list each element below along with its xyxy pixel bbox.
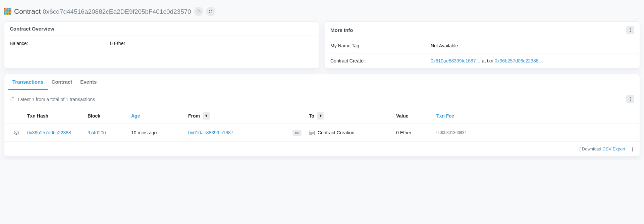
more-info-menu-button[interactable] [626,26,634,34]
col-block: Block [84,108,128,124]
page-title: Contract 0x6cd7d44516a20882cEa2DE9f205bF… [14,7,191,15]
title-label: Contract [14,7,41,15]
to-value: Contract Creation [318,130,355,135]
transactions-card: Transactions Contract Events Latest 1 fr… [4,74,640,156]
tab-transactions[interactable]: Transactions [8,74,48,90]
filter-icon [205,114,208,118]
col-from-label: From [188,113,200,119]
transactions-table: Txn Hash Block Age From To [4,108,640,142]
balance-value: 0 Ether [110,41,314,46]
svg-point-13 [16,132,17,133]
block-link[interactable]: 9740200 [88,130,106,135]
svg-point-8 [630,30,631,31]
from-address-link[interactable]: 0x610ae88399fc1687… [188,130,238,135]
from-filter-button[interactable] [203,112,210,120]
contract-overview-card: Contract Overview Balance: 0 Ether [4,21,319,69]
export-row: [ Download CSV Export ] [4,142,640,156]
more-info-card: More Info My Name Tag: Not Available Con… [325,21,640,69]
col-age[interactable]: Age [128,108,185,124]
eye-icon [14,130,19,135]
more-vertical-icon [630,28,631,32]
txn-fee: 0.000301366934 [433,124,640,142]
col-to-label: To [309,113,314,119]
svg-rect-5 [211,12,212,12]
txn-hash-link[interactable]: 0x36b257d06c22388… [27,130,76,135]
col-hash: Txn Hash [24,108,84,124]
copy-icon [196,9,201,14]
svg-rect-4 [209,12,210,13]
identicon-icon [4,8,11,15]
page-header: Contract 0x6cd7d44516a20882cEa2DE9f205bF… [4,4,640,21]
txn-value: 0 Ether [393,124,433,142]
svg-point-11 [630,99,631,100]
to-filter-button[interactable] [317,112,324,120]
svg-point-7 [630,28,631,29]
export-prefix: [ Download [580,146,603,151]
tab-contract[interactable]: Contract [48,74,76,90]
svg-point-12 [630,100,631,101]
balance-label: Balance: [10,41,110,46]
more-vertical-icon [630,97,631,101]
tab-events[interactable]: Events [76,74,101,90]
creator-txn-link[interactable]: 0x36b257d06c22388… [495,58,543,63]
svg-rect-6 [212,12,212,13]
qr-code-button[interactable] [206,7,215,16]
export-suffix: ] [631,146,633,151]
txn-age: 10 mins ago [128,124,185,142]
view-txn-button[interactable] [12,129,20,137]
contract-address: 0x6cd7d44516a20882cEa2DE9f205bF401c0d235… [43,8,191,15]
table-row: 0x36b257d06c22388… 9740200 10 mins ago 0… [4,124,640,142]
qr-icon [208,9,213,14]
filter-icon [319,114,322,118]
svg-point-10 [630,97,631,98]
direction-badge: IN [292,130,302,136]
col-fee[interactable]: Txn Fee [433,108,640,124]
overview-title: Contract Overview [10,26,54,32]
tabs: Transactions Contract Events [4,74,640,90]
contract-creation-icon [309,131,315,135]
creator-address-link[interactable]: 0x610ae88399fc1687… [431,58,481,63]
transactions-summary: Latest 1 from a total of 1 transactions [10,96,95,102]
col-to: To [306,108,393,124]
csv-export-label: CSV Export [602,146,625,151]
svg-point-9 [630,31,631,32]
total-count-link[interactable]: 1 [66,97,68,102]
summary-suffix: transactions [68,97,95,102]
moreinfo-title: More Info [330,27,353,33]
at-txn-text: at txn [481,58,495,63]
table-menu-button[interactable] [626,95,634,103]
summary-prefix: Latest 1 from a total of [18,97,66,102]
copy-address-button[interactable] [194,7,203,16]
creator-label: Contract Creator: [330,58,431,63]
nametag-value: Not Available [431,43,634,48]
col-value: Value [393,108,433,124]
nametag-label: My Name Tag: [330,43,431,48]
svg-rect-2 [209,10,210,11]
download-icon [627,147,631,151]
csv-export-link[interactable]: CSV Export [602,146,631,151]
svg-rect-3 [211,10,212,11]
sort-icon [10,97,16,102]
col-from: From [185,108,282,124]
